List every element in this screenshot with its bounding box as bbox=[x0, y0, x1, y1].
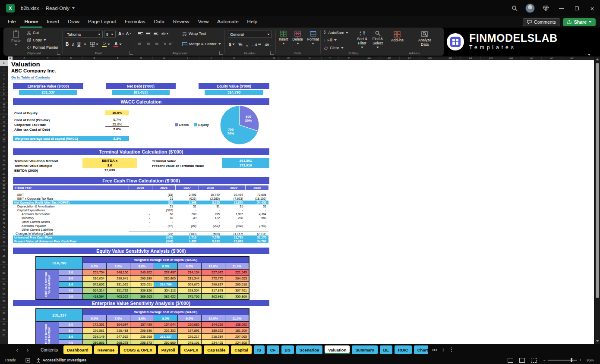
wacc-col-header[interactable]: 6.0% bbox=[83, 263, 106, 269]
page-layout-view-button[interactable] bbox=[519, 358, 525, 363]
column-header-B[interactable]: B bbox=[13, 56, 36, 60]
sensitivity-cell[interactable]: 285,805 bbox=[154, 276, 177, 281]
row-header-35[interactable]: 35 bbox=[0, 198, 8, 202]
fill-button[interactable]: ↓ Fill bbox=[324, 38, 337, 42]
comments-button[interactable]: Comments bbox=[523, 18, 560, 26]
underline-button[interactable]: U bbox=[77, 42, 80, 47]
toc-link[interactable]: Go to Table of Contents bbox=[11, 75, 50, 79]
fcf-cell[interactable]: - bbox=[129, 216, 152, 220]
tab-options-kebab[interactable] bbox=[451, 349, 452, 351]
align-bottom-icon[interactable] bbox=[154, 31, 158, 36]
row-header-34[interactable]: 34 bbox=[0, 194, 8, 198]
row-header-3[interactable]: 3 bbox=[0, 72, 8, 77]
wacc-col-header[interactable]: 9.0% bbox=[178, 263, 201, 269]
sensitivity-cell[interactable]: 245,101 bbox=[178, 340, 201, 344]
column-header-W[interactable]: W bbox=[279, 56, 298, 60]
zoom-out-button[interactable]: − bbox=[543, 358, 546, 362]
align-center-icon[interactable] bbox=[146, 42, 151, 46]
row-header-37[interactable]: 37 bbox=[0, 206, 8, 210]
row-header-59[interactable]: 59 bbox=[0, 304, 8, 311]
fcf-cell[interactable]: - bbox=[129, 220, 152, 224]
fcf-cell[interactable]: 60 bbox=[152, 212, 175, 216]
sensitivity-cell[interactable]: 234,134 bbox=[178, 270, 201, 275]
currency-format-button[interactable]: $ bbox=[229, 42, 235, 47]
sensitivity-cell[interactable]: 290,518 bbox=[225, 282, 249, 287]
column-header-AD[interactable]: AD bbox=[420, 56, 440, 60]
sheet-tab-captable[interactable]: CapTable bbox=[204, 345, 229, 354]
fcf-cell[interactable]: (346) bbox=[152, 239, 175, 243]
sensitivity-cell[interactable]: 310,034 bbox=[83, 276, 106, 281]
multiple-row-header[interactable]: 3.0 bbox=[59, 276, 82, 281]
sensitivity-cell[interactable]: 255,754 bbox=[83, 270, 106, 275]
fcf-cell[interactable]: 263 bbox=[175, 212, 199, 216]
share-button[interactable]: Share bbox=[563, 18, 596, 26]
row-header-54[interactable]: 54 bbox=[0, 282, 8, 287]
multiple-row-header[interactable]: 4.0 bbox=[59, 288, 82, 293]
menu-tab-review[interactable]: Review bbox=[169, 16, 194, 28]
column-header-H[interactable]: H bbox=[153, 56, 176, 60]
row-header-17[interactable]: 17 bbox=[0, 128, 8, 132]
column-header-AI[interactable]: AI bbox=[521, 56, 542, 60]
sensitivity-cell[interactable]: 237,497 bbox=[154, 270, 177, 275]
row-header-21[interactable]: 21 bbox=[0, 143, 8, 150]
fcf-cell[interactable]: 8,055 bbox=[199, 201, 222, 204]
sensitivity-cell[interactable]: 164,697 bbox=[107, 322, 130, 327]
sheet-tab-payroll[interactable]: Payroll bbox=[158, 345, 179, 354]
vertical-scrollbar-thumb[interactable] bbox=[596, 63, 599, 298]
decrease-indent-icon[interactable] bbox=[161, 42, 166, 46]
align-middle-icon[interactable] bbox=[146, 31, 151, 36]
fcf-cell[interactable]: 1,997 bbox=[222, 212, 245, 216]
row-header-41[interactable]: 41 bbox=[0, 221, 8, 225]
summary-card-value[interactable]: 314,790 bbox=[205, 90, 263, 95]
delete-cells-button[interactable]: Delete bbox=[292, 31, 303, 44]
font-size-select[interactable]: 8 bbox=[104, 31, 116, 38]
fcf-cell[interactable]: 2,491 bbox=[175, 193, 199, 197]
menu-tab-view[interactable]: View bbox=[194, 16, 213, 28]
sensitivity-cell[interactable]: 299,837 bbox=[202, 282, 225, 287]
row-header-32[interactable]: 32 bbox=[0, 186, 8, 190]
sensitivity-cell[interactable]: 334,113 bbox=[154, 288, 177, 293]
sensitivity-cell[interactable]: 342,602 bbox=[83, 282, 106, 287]
fill-color-button[interactable] bbox=[102, 41, 110, 47]
sheet-tab-contents[interactable]: Contents bbox=[37, 345, 61, 354]
fcf-cell[interactable]: 43 bbox=[175, 216, 199, 220]
fcf-cell[interactable]: (7,623) bbox=[222, 197, 245, 201]
sensitivity-cell[interactable]: 227,672 bbox=[202, 270, 225, 275]
insert-cells-button[interactable]: Insert bbox=[279, 31, 288, 44]
fcf-cell[interactable]: 21 bbox=[152, 204, 175, 208]
minimize-button[interactable] bbox=[553, 0, 569, 16]
sheet-tab-dashboard[interactable]: Dashboard bbox=[63, 345, 92, 354]
sheet-tab-cf[interactable]: CF bbox=[267, 345, 279, 354]
copy-button[interactable]: Copy bbox=[27, 38, 46, 42]
close-button[interactable]: × bbox=[584, 0, 600, 16]
fcf-cell[interactable]: - bbox=[245, 228, 268, 232]
fcf-cell[interactable]: - bbox=[129, 224, 152, 228]
wacc-col-header[interactable]: 8.0% bbox=[130, 263, 154, 269]
row-header-26[interactable]: 26 bbox=[0, 167, 8, 170]
sensitivity-cell[interactable]: 202,352 bbox=[154, 328, 177, 333]
sheet-tab-charts[interactable]: Charts bbox=[414, 345, 428, 354]
sensitivity-cell[interactable]: 189,322 bbox=[202, 328, 225, 333]
summary-card-value[interactable]: 231,337 bbox=[19, 90, 77, 95]
italic-button[interactable]: I bbox=[72, 42, 74, 47]
font-dialog-launcher[interactable] bbox=[129, 51, 133, 55]
fcf-cell[interactable]: (2,685) bbox=[199, 197, 222, 201]
sheet-tab-capex[interactable]: CAPEX bbox=[180, 345, 202, 354]
fcf-cell[interactable]: - bbox=[199, 208, 222, 212]
sensitivity-cell[interactable]: 240,952 bbox=[130, 270, 154, 275]
row-header-58[interactable]: 58 bbox=[0, 298, 8, 304]
sheet-tab-bs[interactable]: BS bbox=[281, 345, 294, 354]
multiple-row-header[interactable]: 5.0 bbox=[59, 294, 82, 299]
fcf-cell[interactable]: 15,683 bbox=[222, 239, 245, 243]
sheet-tab-capital[interactable]: Capital bbox=[231, 345, 252, 354]
row-header-33[interactable]: 33 bbox=[0, 190, 8, 194]
sensitivity-cell[interactable]: 307,761 bbox=[225, 288, 249, 293]
scroll-up-arrow[interactable] bbox=[596, 58, 599, 60]
menu-tab-page-layout[interactable]: Page Layout bbox=[84, 16, 120, 28]
multiple-row-header[interactable]: 4.0 bbox=[59, 340, 82, 344]
row-header-51[interactable]: 51 bbox=[0, 265, 8, 270]
row-header-2[interactable]: 2 bbox=[0, 66, 8, 72]
column-header-AJ[interactable]: AJ bbox=[542, 56, 562, 60]
accessibility-status[interactable]: Accessibility: Investigate bbox=[43, 358, 87, 362]
row-header-16[interactable]: 16 bbox=[0, 124, 8, 128]
